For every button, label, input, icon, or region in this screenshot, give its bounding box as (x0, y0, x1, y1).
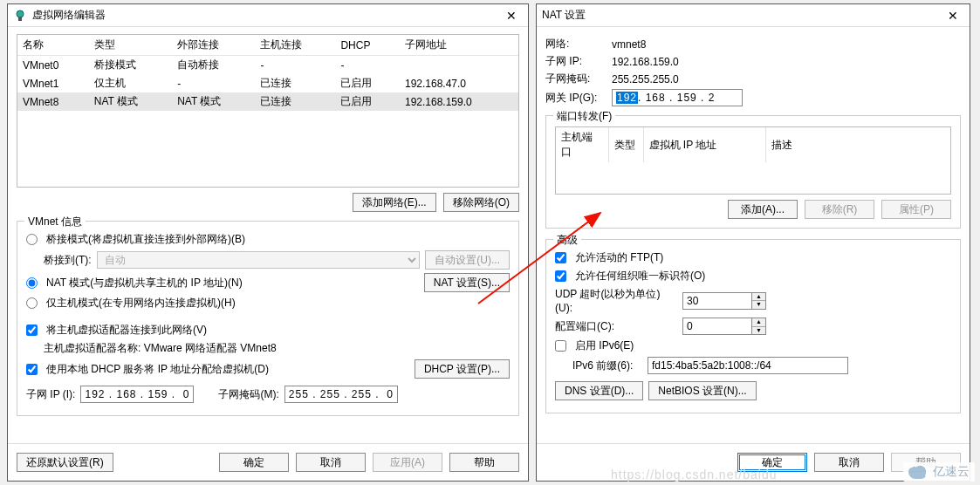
subnet-ip-label: 子网 IP: (545, 54, 607, 69)
content: 网络:vmnet8 子网 IP:192.168.159.0 子网掩码:255.2… (537, 27, 970, 443)
subnet-ip-label: 子网 IP (I): (26, 387, 75, 402)
remove-network-button[interactable]: 移除网络(O) (443, 193, 519, 212)
close-icon[interactable]: ✕ (500, 7, 523, 24)
window-title: 虚拟网络编辑器 (32, 8, 500, 23)
subnet-mask-input[interactable] (284, 386, 398, 403)
help-button[interactable]: 帮助 (449, 453, 519, 472)
cell: - (255, 56, 335, 75)
table-row-selected[interactable]: VMnet8 NAT 模式 NAT 模式 已连接 已启用 192.168.159… (17, 92, 518, 111)
window-title: NAT 设置 (542, 8, 942, 23)
gateway-ip-selected-octet: 192 (616, 92, 638, 104)
pf-properties-button[interactable]: 属性(P) (881, 200, 951, 219)
allow-ftp-checkbox[interactable] (555, 252, 566, 263)
cell: 已连接 (255, 74, 335, 92)
subnet-mask-label: 子网掩码: (545, 72, 607, 86)
col-subnet[interactable]: 子网地址 (400, 35, 518, 56)
cell: NAT 模式 (89, 92, 172, 111)
udp-timeout-label: UDP 超时(以秒为单位)(U): (555, 287, 677, 314)
pf-add-button[interactable]: 添加(A)... (728, 200, 798, 219)
col-hostport[interactable]: 主机端口 (556, 127, 608, 162)
dhcp-checkbox[interactable] (26, 364, 38, 375)
cell: 仅主机 (89, 74, 172, 92)
restore-defaults-button[interactable]: 还原默认设置(R) (17, 453, 113, 472)
col-vmip[interactable]: 虚拟机 IP 地址 (643, 127, 765, 162)
table-row[interactable]: VMnet0 桥接模式 自动桥接 - - (17, 56, 518, 75)
cell: 192.168.159.0 (400, 92, 518, 111)
gateway-ip-rest: . 168 . 159 . 2 (638, 92, 715, 104)
apply-button[interactable]: 应用(A) (373, 453, 442, 472)
add-network-button[interactable]: 添加网络(E)... (353, 193, 436, 212)
vmnet-info-group: VMnet 信息 桥接模式(将虚拟机直接连接到外部网络)(B) 桥接到(T): … (17, 221, 519, 416)
config-port-input[interactable] (682, 318, 752, 335)
gateway-ip-input[interactable]: 192 . 168 . 159 . 2 (612, 89, 743, 106)
subnet-mask-label: 子网掩码(M): (218, 387, 278, 402)
gateway-label: 网关 IP(G): (545, 91, 607, 106)
watermark-text: 亿速云 (933, 464, 970, 480)
auto-settings-button[interactable]: 自动设置(U)... (425, 250, 510, 270)
config-port-label: 配置端口(C): (555, 319, 677, 334)
col-host[interactable]: 主机连接 (255, 35, 335, 56)
cell: VMnet8 (17, 92, 89, 111)
cancel-button[interactable]: 取消 (296, 453, 366, 472)
virtual-network-editor-window: 虚拟网络编辑器 ✕ 名称 类型 外部连接 主机连接 DHCP 子网地址 VMne… (7, 3, 529, 482)
udp-timeout-spinner[interactable]: ▲▼ (682, 292, 766, 310)
svg-rect-1 (18, 17, 22, 21)
cell (400, 56, 518, 75)
enable-ipv6-checkbox[interactable] (555, 340, 566, 352)
col-desc[interactable]: 描述 (765, 127, 950, 162)
cell: NAT 模式 (172, 92, 255, 111)
host-adapter-checkbox[interactable] (26, 324, 38, 336)
app-icon (13, 9, 27, 23)
close-icon[interactable]: ✕ (942, 7, 964, 24)
dhcp-label: 使用本地 DHCP 服务将 IP 地址分配给虚拟机(D) (46, 362, 269, 377)
network-label: 网络: (545, 37, 607, 51)
allow-any-org-label: 允许任何组织唯一标识符(O) (575, 269, 705, 283)
cell: VMnet0 (17, 56, 89, 75)
host-adapter-label: 将主机虚拟适配器连接到此网络(V) (46, 323, 207, 338)
cell: 已启用 (335, 92, 400, 111)
bridge-to-label: 桥接到(T): (44, 253, 92, 268)
spin-up-icon[interactable]: ▲ (752, 318, 765, 327)
cell: 桥接模式 (89, 56, 172, 75)
port-forward-table[interactable]: 主机端口 类型 虚拟机 IP 地址 描述 (555, 126, 951, 195)
subnet-ip-input[interactable] (80, 386, 194, 403)
svg-point-0 (17, 10, 24, 17)
nat-mode-radio[interactable] (26, 277, 38, 289)
ipv6-prefix-input[interactable] (648, 357, 848, 374)
col-name[interactable]: 名称 (17, 35, 89, 56)
udp-timeout-input[interactable] (682, 292, 752, 310)
cell: 192.168.47.0 (400, 74, 518, 92)
cancel-button[interactable]: 取消 (814, 453, 884, 472)
dhcp-settings-button[interactable]: DHCP 设置(P)... (415, 359, 510, 379)
bridge-to-select[interactable]: 自动 (97, 251, 421, 269)
nat-settings-button[interactable]: NAT 设置(S)... (424, 273, 510, 292)
config-port-spinner[interactable]: ▲▼ (682, 318, 766, 335)
spin-up-icon[interactable]: ▲ (752, 293, 765, 302)
cell: VMnet1 (17, 74, 89, 92)
dns-settings-button[interactable]: DNS 设置(D)... (555, 381, 643, 400)
network-table[interactable]: 名称 类型 外部连接 主机连接 DHCP 子网地址 VMnet0 桥接模式 自动… (17, 34, 519, 188)
host-adapter-name: 主机虚拟适配器名称: VMware 网络适配器 VMnet8 (44, 341, 277, 356)
spin-down-icon[interactable]: ▼ (752, 301, 765, 309)
col-type[interactable]: 类型 (608, 127, 643, 162)
ok-button[interactable]: 确定 (219, 453, 289, 472)
col-type[interactable]: 类型 (89, 35, 172, 56)
bridge-mode-radio[interactable] (26, 234, 38, 245)
content: 名称 类型 外部连接 主机连接 DHCP 子网地址 VMnet0 桥接模式 自动… (8, 27, 528, 443)
table-row[interactable]: VMnet1 仅主机 - 已连接 已启用 192.168.47.0 (17, 74, 518, 92)
ipv6-prefix-label: IPv6 前缀(6): (572, 359, 642, 373)
cell: 自动桥接 (172, 56, 255, 75)
background-watermark-url: https://blog.csdn.net/baidu (611, 468, 777, 482)
port-forward-group: 端口转发(F) 主机端口 类型 虚拟机 IP 地址 描述 添加(A)... 移除… (545, 115, 961, 229)
hostonly-mode-label: 仅主机模式(在专用网络内连接虚拟机)(H) (46, 296, 236, 311)
col-dhcp[interactable]: DHCP (335, 35, 400, 56)
allow-any-org-checkbox[interactable] (555, 270, 566, 282)
hostonly-mode-radio[interactable] (26, 297, 38, 309)
netbios-settings-button[interactable]: NetBIOS 设置(N)... (648, 381, 756, 400)
advanced-group: 高级 允许活动的 FTP(T) 允许任何组织唯一标识符(O) UDP 超时(以秒… (545, 239, 961, 413)
cell: 已启用 (335, 74, 400, 92)
pf-remove-button[interactable]: 移除(R) (805, 200, 874, 219)
watermark: 亿速云 (903, 462, 975, 482)
col-ext[interactable]: 外部连接 (172, 35, 255, 56)
spin-down-icon[interactable]: ▼ (752, 327, 765, 335)
